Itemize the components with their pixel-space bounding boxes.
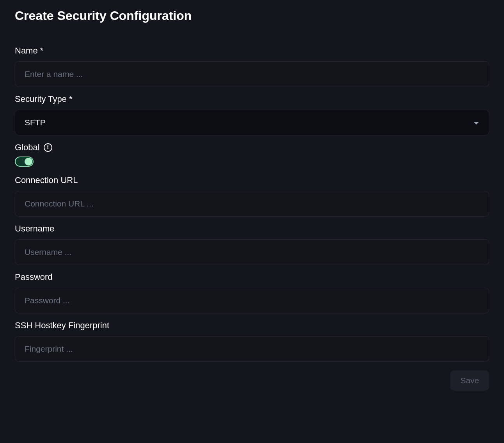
connection-url-label: Connection URL xyxy=(15,175,489,185)
password-input[interactable] xyxy=(15,288,489,313)
ssh-fingerprint-label: SSH Hostkey Fingerprint xyxy=(15,320,489,331)
connection-url-field-group: Connection URL xyxy=(15,175,489,217)
info-icon[interactable]: i xyxy=(44,143,52,152)
global-field-group: Global i xyxy=(15,142,489,167)
security-type-select[interactable]: SFTP xyxy=(15,110,489,135)
ssh-fingerprint-field-group: SSH Hostkey Fingerprint xyxy=(15,320,489,362)
password-field-group: Password xyxy=(15,272,489,313)
global-label: Global xyxy=(15,142,40,153)
name-label: Name * xyxy=(15,46,489,56)
form-footer: Save xyxy=(15,370,489,391)
toggle-knob xyxy=(25,158,32,165)
ssh-fingerprint-input[interactable] xyxy=(15,336,489,362)
connection-url-input[interactable] xyxy=(15,191,489,217)
username-label: Username xyxy=(15,224,489,234)
name-field-group: Name * xyxy=(15,46,489,87)
username-field-group: Username xyxy=(15,224,489,265)
global-toggle[interactable] xyxy=(15,157,34,167)
page-title: Create Security Configuration xyxy=(15,9,489,23)
chevron-down-icon xyxy=(473,118,479,127)
save-button[interactable]: Save xyxy=(450,370,489,391)
name-input[interactable] xyxy=(15,61,489,87)
username-input[interactable] xyxy=(15,239,489,265)
security-type-selected-value: SFTP xyxy=(25,118,46,127)
password-label: Password xyxy=(15,272,489,282)
security-type-field-group: Security Type * SFTP xyxy=(15,94,489,135)
security-type-label: Security Type * xyxy=(15,94,489,104)
